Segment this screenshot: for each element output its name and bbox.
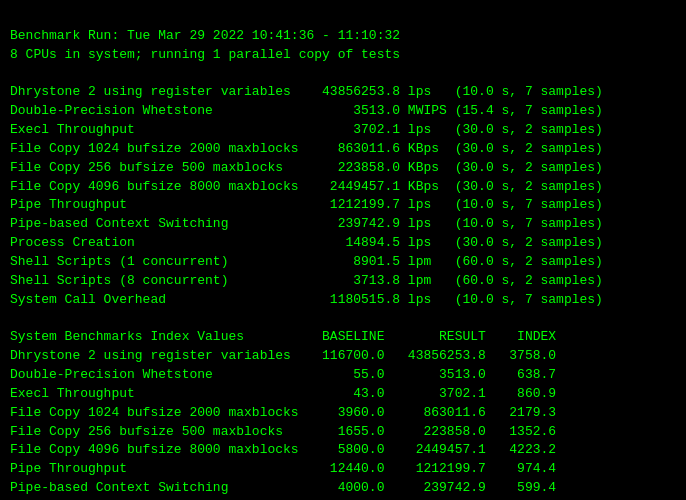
- index-row-2: Execl Throughput 43.0 3702.1 860.9: [10, 386, 556, 401]
- bench-row-8: Process Creation 14894.5 lps (30.0 s, 2 …: [10, 235, 603, 250]
- bench-row-11: System Call Overhead 1180515.8 lps (10.0…: [10, 292, 603, 307]
- index-row-1: Double-Precision Whetstone 55.0 3513.0 6…: [10, 367, 556, 382]
- bench-row-9: Shell Scripts (1 concurrent) 8901.5 lpm …: [10, 254, 603, 269]
- bench-row-0: Dhrystone 2 using register variables 438…: [10, 84, 603, 99]
- bench-row-5: File Copy 4096 bufsize 8000 maxblocks 24…: [10, 179, 603, 194]
- bench-row-10: Shell Scripts (8 concurrent) 3713.8 lpm …: [10, 273, 603, 288]
- bench-row-7: Pipe-based Context Switching 239742.9 lp…: [10, 216, 603, 231]
- index-row-6: Pipe Throughput 12440.0 1212199.7 974.4: [10, 461, 556, 476]
- bench-row-1: Double-Precision Whetstone 3513.0 MWIPS …: [10, 103, 603, 118]
- index-row-0: Dhrystone 2 using register variables 116…: [10, 348, 556, 363]
- index-row-7: Pipe-based Context Switching 4000.0 2397…: [10, 480, 556, 495]
- bench-row-4: File Copy 256 bufsize 500 maxblocks 2238…: [10, 160, 603, 175]
- bench-row-6: Pipe Throughput 1212199.7 lps (10.0 s, 7…: [10, 197, 603, 212]
- bench-row-2: Execl Throughput 3702.1 lps (30.0 s, 2 s…: [10, 122, 603, 137]
- header-line2: 8 CPUs in system; running 1 parallel cop…: [10, 47, 400, 62]
- index-header: System Benchmarks Index Values BASELINE …: [10, 329, 556, 344]
- index-row-5: File Copy 4096 bufsize 8000 maxblocks 58…: [10, 442, 556, 457]
- index-row-4: File Copy 256 bufsize 500 maxblocks 1655…: [10, 424, 556, 439]
- terminal-output: Benchmark Run: Tue Mar 29 2022 10:41:36 …: [10, 8, 676, 500]
- bench-row-3: File Copy 1024 bufsize 2000 maxblocks 86…: [10, 141, 603, 156]
- index-row-3: File Copy 1024 bufsize 2000 maxblocks 39…: [10, 405, 556, 420]
- header-line1: Benchmark Run: Tue Mar 29 2022 10:41:36 …: [10, 28, 400, 43]
